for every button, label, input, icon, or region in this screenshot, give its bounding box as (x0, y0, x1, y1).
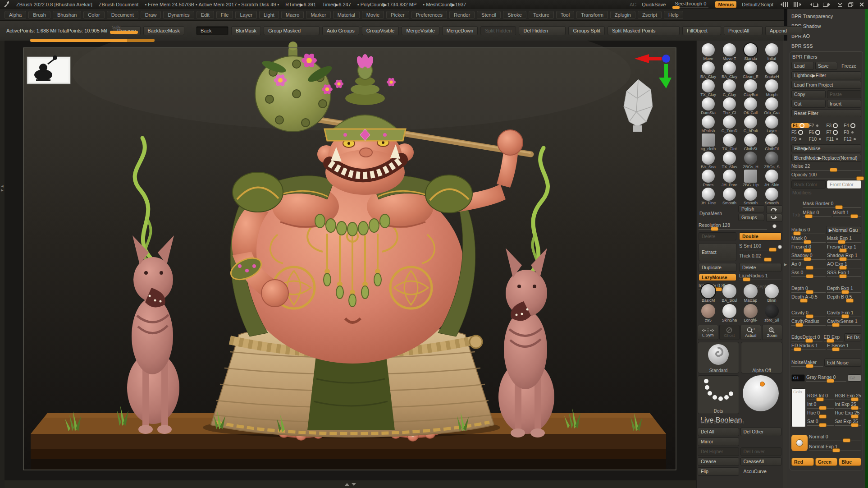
divider-arrow-icon[interactable]: ▶ (784, 262, 787, 267)
fkey-f10[interactable]: F10 (809, 137, 827, 142)
menu-macro[interactable]: Macro (281, 11, 304, 19)
slider-sat-0[interactable]: Sat 0 (807, 419, 834, 426)
btn-red[interactable]: Red (791, 458, 814, 466)
brush-jh-pore[interactable]: JH_Pore (719, 170, 740, 188)
geo-accucurve[interactable]: AccuCurve (740, 467, 782, 476)
slider-hue-0[interactable]: Hue 0 (807, 410, 834, 417)
toolbar-blurmask[interactable]: BlurMask (231, 26, 261, 35)
resolution-radio[interactable] (772, 224, 777, 228)
btn-front-color[interactable]: Front Color (827, 180, 861, 189)
brush-c-hpoli[interactable]: C_hPoli (740, 115, 761, 134)
dynamesh-label[interactable]: DynaMesh (699, 211, 722, 216)
slider-gray-range-0[interactable]: Gray Range 0 (806, 374, 846, 382)
menu-stencil[interactable]: Stencil (477, 11, 501, 19)
alpha-sphere-preview[interactable] (743, 375, 779, 411)
menu-zscript[interactable]: Zscript (638, 11, 662, 19)
toolbar-auto-groups[interactable]: Auto Groups (322, 26, 359, 35)
brush-damsta[interactable]: DamSta (698, 97, 719, 115)
slider-e-sense-1[interactable]: E Sense 1 (827, 343, 861, 350)
collapse-down-icon[interactable] (352, 483, 356, 488)
material-zbro-sil[interactable]: zbro_Sil (761, 304, 782, 324)
slider-cavitysense-1[interactable]: CavitySense 1 (827, 318, 861, 326)
brush-smooth[interactable]: Smooth (719, 188, 740, 206)
fkey-f9[interactable]: F9 (791, 137, 809, 142)
material-longhi[interactable]: Longhi- (740, 304, 761, 324)
slider-mask-0[interactable]: Mask 0 (791, 235, 826, 243)
brush-move-t[interactable]: Move T (719, 43, 740, 61)
material-matcap[interactable]: Matcap (740, 284, 761, 304)
fkey-f8[interactable]: F8 (844, 130, 861, 135)
viewport-canvas[interactable] (5, 41, 696, 480)
toggle-left-tray-icon[interactable] (779, 2, 788, 7)
btn-ed-ds[interactable]: Ed Ds (844, 333, 861, 341)
menu-alpha[interactable]: Alpha (5, 11, 26, 19)
btn-load[interactable]: Load (791, 62, 814, 70)
slider-ed-exp[interactable]: ED Exp (824, 334, 843, 341)
bpr-filters-title[interactable]: BPR Filters (792, 54, 860, 60)
slider-hue-exp-25[interactable]: Hue Exp 25 (835, 410, 862, 417)
menu-draw[interactable]: Draw (141, 11, 161, 19)
delete-button[interactable]: Delete (739, 263, 781, 272)
material-ba-scul[interactable]: BA_Scul (719, 284, 740, 304)
brush-the-gl[interactable]: The_Gl (719, 97, 740, 115)
geo-mirror[interactable]: Mirror (698, 437, 739, 446)
close-icon[interactable] (859, 2, 864, 7)
brush-clothst[interactable]: ClothSt (740, 134, 761, 152)
s-smt-radio[interactable] (778, 245, 782, 249)
toolbar-group-masked[interactable]: Group Masked (264, 26, 320, 35)
brush-ok-call[interactable]: OK Call (740, 97, 761, 115)
menu-stroke[interactable]: Stroke (503, 11, 526, 19)
slider-depth-a-0-5[interactable]: Depth A -0.5 (791, 294, 826, 301)
menu-movie[interactable]: Movie (362, 11, 384, 19)
menu-brush[interactable]: Brush (28, 11, 50, 19)
fkey-f11[interactable]: F11 (827, 137, 844, 142)
slider-msoft-1[interactable]: MSoft 1 (833, 210, 861, 217)
slider-rgb-exp-25[interactable]: RGB Exp 25 (835, 393, 862, 400)
menu-light[interactable]: Light (259, 11, 279, 19)
slider-ao-exp-1[interactable]: AO Exp 1 (827, 261, 861, 268)
slider-mask-exp-1[interactable]: Mask Exp 1 (827, 235, 861, 243)
slider-rgb-int-0[interactable]: RGB Int 0 (807, 393, 834, 400)
menu-document[interactable]: Document (107, 11, 138, 19)
slider-shadow-exp-1[interactable]: Shadow Exp 1 (827, 253, 861, 260)
brush-ba-clay[interactable]: BA_Clay (698, 61, 719, 79)
btn-filter-noise[interactable]: Filter▶Noise (791, 144, 861, 152)
menu-tool[interactable]: Tool (556, 11, 574, 19)
brush-c-trimd[interactable]: C_TrimD (719, 115, 740, 134)
fkey-f7[interactable]: F7 (827, 130, 844, 135)
quicksave-button[interactable]: QuickSave (642, 2, 666, 7)
groups-button[interactable]: Groups (738, 214, 764, 221)
menu-dynamics[interactable]: Dynamics (163, 11, 194, 19)
slider-fresnel-exp-1[interactable]: Fresnel Exp 1 (827, 244, 861, 251)
menu-render[interactable]: Render (449, 11, 475, 19)
actual-size-button[interactable]: x1 Actual (740, 325, 761, 340)
brush-jh-fine[interactable]: JH_Fine (698, 188, 719, 206)
lazyradius-slider[interactable]: LazyRadius 1 (739, 273, 781, 280)
expand-up-icon[interactable] (345, 481, 349, 486)
geo-creaseall[interactable]: CreaseAll (740, 457, 782, 466)
btn-edit-noise[interactable]: Edit Noise (824, 359, 861, 367)
toolbar-split-masked-points[interactable]: Split Masked Points (608, 26, 680, 35)
section-bpr-sss[interactable]: BPR SSS (790, 41, 863, 51)
btn-reset-filter[interactable]: Reset Filter (791, 109, 861, 117)
zoom-button[interactable]: Zoom (762, 325, 783, 340)
btn-blue[interactable]: Blue (839, 458, 861, 466)
brush-inflat[interactable]: Inflat (761, 43, 782, 61)
btn-insert[interactable]: Insert (827, 100, 861, 108)
toolbar-del-hidden[interactable]: Del Hidden (519, 26, 566, 35)
slider-int-exp-25[interactable]: Int Exp 25 (835, 401, 862, 409)
slider-ed-radius-1[interactable]: ED Radius 1 (791, 343, 826, 350)
slider-cavityradius[interactable]: CavityRadius (791, 318, 826, 326)
lazymouse-button[interactable]: LazyMouse (699, 274, 736, 281)
double-button[interactable]: Double (739, 232, 781, 240)
geo-flip[interactable]: Flip (698, 467, 739, 476)
btn-normal-gau[interactable]: ▶Normal Gau (826, 226, 861, 234)
brush-clothfil[interactable]: ClothFil (761, 134, 782, 152)
toolbar-mergedown[interactable]: MergeDown (442, 26, 478, 35)
alpha-selector[interactable]: Alpha Off (741, 342, 782, 373)
minimize-icon[interactable] (837, 2, 843, 7)
menu-texture[interactable]: Texture (529, 11, 554, 19)
menu-marker[interactable]: Marker (306, 11, 330, 19)
front-color-swatch[interactable]: Colo (791, 388, 806, 427)
local-symmetry-button[interactable]: L.Sym (698, 325, 718, 340)
